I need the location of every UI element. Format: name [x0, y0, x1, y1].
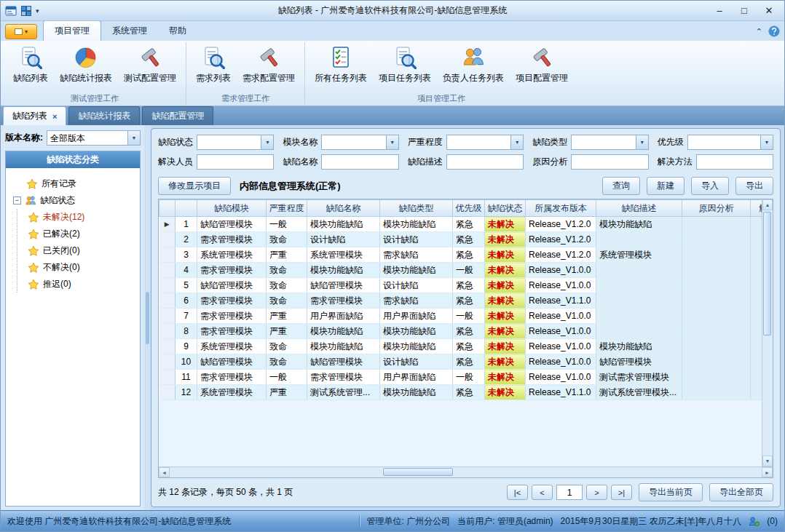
- cell-description[interactable]: [596, 278, 682, 293]
- cell-priority[interactable]: 一般: [453, 309, 485, 324]
- cell-solution[interactable]: [751, 293, 762, 309]
- cell-name[interactable]: 缺陷管理模块: [307, 278, 380, 293]
- export-all-pages-button[interactable]: 导出全部页: [709, 483, 773, 501]
- filter-defect-type-combobox[interactable]: ▼: [571, 135, 648, 150]
- cell-module[interactable]: 需求管理模块: [197, 293, 267, 309]
- tree-item-unresolved[interactable]: 未解决(12): [28, 209, 135, 226]
- cell-severity[interactable]: 一般: [267, 217, 307, 232]
- cell-release[interactable]: Release_V1.0.0: [526, 263, 596, 278]
- cell-status[interactable]: 未解决: [485, 232, 526, 247]
- grid-header-type[interactable]: 缺陷类型: [380, 200, 453, 217]
- cell-name[interactable]: 用户界面缺陷: [307, 309, 380, 324]
- modify-display-button[interactable]: 修改显示项目: [158, 177, 231, 195]
- ribbon-button-defect-stats-report[interactable]: 缺陷统计报表: [55, 42, 117, 86]
- chevron-down-icon[interactable]: ▼: [636, 135, 648, 149]
- cell-type[interactable]: 设计缺陷: [380, 354, 453, 370]
- cell-status[interactable]: 未解决: [485, 370, 526, 385]
- cell-name[interactable]: 需求管理模块: [307, 370, 380, 385]
- cell-type[interactable]: 需求缺陷: [380, 293, 453, 309]
- cell-severity[interactable]: 严重: [267, 324, 307, 339]
- prev-page-button[interactable]: <: [532, 485, 553, 500]
- cell-name[interactable]: 需求管理模块: [307, 293, 380, 309]
- cell-name[interactable]: 测试系统管理...: [307, 385, 380, 400]
- cell-name[interactable]: 模块功能缺陷: [307, 324, 380, 339]
- ribbon-button-test-config[interactable]: 测试配置管理: [119, 42, 181, 86]
- cell-release[interactable]: Release_V1.0.0: [526, 339, 596, 354]
- cell-type[interactable]: 用户界面缺陷: [380, 309, 453, 324]
- filter-module-name-combobox[interactable]: ▼: [321, 135, 398, 150]
- horizontal-scroll-thumb[interactable]: [383, 468, 453, 476]
- grid-header-solution[interactable]: 解决: [751, 200, 762, 217]
- tree-item-defect-status[interactable]: −缺陷状态: [13, 192, 135, 209]
- doc-tab-defect-list[interactable]: 缺陷列表×: [3, 106, 66, 125]
- collapse-ribbon-icon[interactable]: ⌃: [756, 27, 762, 36]
- cell-release[interactable]: Release_V1.0.0: [526, 278, 596, 293]
- cell-status[interactable]: 未解决: [485, 293, 526, 309]
- cell-solution[interactable]: [751, 370, 762, 385]
- cell-severity[interactable]: 致命: [267, 263, 307, 278]
- chevron-down-icon[interactable]: ▼: [760, 135, 773, 149]
- cell-description[interactable]: 模块功能缺陷: [596, 217, 682, 232]
- close-button[interactable]: ✕: [758, 3, 780, 19]
- cell-priority[interactable]: 紧急: [453, 339, 485, 354]
- cell-module[interactable]: 缺陷管理模块: [197, 278, 267, 293]
- cell-priority[interactable]: 紧急: [453, 324, 485, 339]
- filter-defect-name-input[interactable]: [321, 154, 398, 170]
- cell-priority[interactable]: 紧急: [453, 385, 485, 400]
- scroll-up-icon[interactable]: ▲: [762, 199, 773, 210]
- filter-resolver-input[interactable]: [197, 154, 274, 170]
- table-row[interactable]: 3系统管理模块严重系统管理模块需求缺陷紧急未解决Release_V1.2.0系统…: [159, 247, 762, 263]
- cell-release[interactable]: Release_V1.0.0: [526, 309, 596, 324]
- filter-solution-input[interactable]: [696, 154, 773, 170]
- cell-analysis[interactable]: [682, 385, 751, 400]
- cell-description[interactable]: 缺陷管理模块: [596, 354, 682, 370]
- ribbon-button-project-config[interactable]: 项目配置管理: [510, 42, 573, 86]
- cell-analysis[interactable]: [682, 293, 751, 309]
- cell-description[interactable]: 测试需求管理模块: [596, 370, 682, 385]
- tree-item-postponed[interactable]: 推迟(0): [28, 276, 135, 293]
- cell-severity[interactable]: 致命: [267, 354, 307, 370]
- table-row[interactable]: 12系统管理模块严重测试系统管理...模块功能缺陷紧急未解决Release_V1…: [159, 385, 762, 400]
- cell-release[interactable]: Release_V1.0.0: [526, 370, 596, 385]
- cell-name[interactable]: 模块功能缺陷: [307, 339, 380, 354]
- cell-type[interactable]: 设计缺陷: [380, 278, 453, 293]
- cell-module[interactable]: 系统管理模块: [197, 247, 267, 263]
- chevron-down-icon[interactable]: ▼: [510, 135, 523, 149]
- cell-severity[interactable]: 致命: [267, 293, 307, 309]
- cell-description[interactable]: 系统管理模块: [596, 247, 682, 263]
- import-button[interactable]: 导入: [691, 177, 729, 195]
- chevron-down-icon[interactable]: ▼: [261, 135, 273, 149]
- cell-priority[interactable]: 紧急: [453, 217, 485, 232]
- cell-severity[interactable]: 严重: [267, 309, 307, 324]
- cell-description[interactable]: [596, 263, 682, 278]
- cell-solution[interactable]: [751, 278, 762, 293]
- tree-item-wontfix[interactable]: 不解决(0): [28, 259, 135, 276]
- help-icon[interactable]: [768, 25, 780, 37]
- table-row[interactable]: 11需求管理模块一般需求管理模块用户界面缺陷一般未解决Release_V1.0.…: [159, 370, 762, 385]
- cell-severity[interactable]: 致命: [267, 278, 307, 293]
- query-button[interactable]: 查询: [602, 177, 640, 195]
- cell-type[interactable]: 需求缺陷: [380, 247, 453, 263]
- cell-analysis[interactable]: [682, 263, 751, 278]
- cell-module[interactable]: 需求管理模块: [197, 370, 267, 385]
- cell-module[interactable]: 系统管理模块: [197, 385, 267, 400]
- cell-description[interactable]: 测试系统管理模块...: [596, 385, 682, 400]
- table-row[interactable]: 10缺陷管理模块致命缺陷管理模块设计缺陷紧急未解决Release_V1.0.0缺…: [159, 354, 762, 370]
- cell-solution[interactable]: [751, 385, 762, 400]
- cell-status[interactable]: 未解决: [485, 278, 526, 293]
- cell-priority[interactable]: 紧急: [453, 247, 485, 263]
- cell-solution[interactable]: [751, 217, 762, 232]
- table-row[interactable]: 9系统管理模块致命模块功能缺陷模块功能缺陷紧急未解决Release_V1.0.0…: [159, 339, 762, 354]
- filter-defect-description-input[interactable]: [446, 154, 524, 170]
- cell-severity[interactable]: 致命: [267, 232, 307, 247]
- table-row[interactable]: 5缺陷管理模块致命缺陷管理模块设计缺陷紧急未解决Release_V1.0.0: [159, 278, 762, 293]
- export-current-page-button[interactable]: 导出当前页: [639, 483, 703, 501]
- scroll-down-icon[interactable]: ▼: [762, 456, 773, 467]
- cell-status[interactable]: 未解决: [485, 247, 526, 263]
- cell-description[interactable]: [596, 324, 682, 339]
- cell-priority[interactable]: 紧急: [453, 354, 485, 370]
- new-button[interactable]: 新建: [647, 177, 685, 195]
- cell-solution[interactable]: [751, 354, 762, 370]
- cell-release[interactable]: Release_V1.0.0: [526, 354, 596, 370]
- cell-solution[interactable]: [751, 339, 762, 354]
